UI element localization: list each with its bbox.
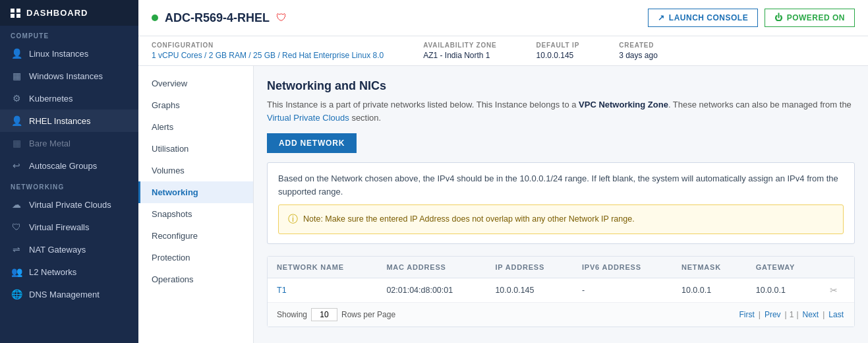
instance-title: ADC-R569-4-RHEL 🛡: [152, 11, 287, 25]
subnav-item-volumes[interactable]: Volumes: [138, 160, 253, 181]
sidebar-item-virtual-private-clouds[interactable]: ☁ Virtual Private Clouds: [0, 193, 138, 216]
col-ip-address: IP ADDRESS: [486, 257, 573, 278]
subnav-item-graphs[interactable]: Graphs: [138, 94, 253, 116]
col-network-name: NETWORK NAME: [268, 257, 377, 278]
col-gateway: GATEWAY: [747, 257, 821, 278]
last-page-link[interactable]: Last: [827, 310, 845, 319]
topbar-actions: ↗ LAUNCH CONSOLE ⏻ POWERED ON: [648, 9, 855, 27]
cell-network-name: T1: [268, 278, 377, 302]
divider1: |: [759, 310, 761, 319]
network-table-container: NETWORK NAME MAC ADDRESS IP ADDRESS IPv6…: [267, 256, 855, 327]
launch-console-button[interactable]: ↗ LAUNCH CONSOLE: [648, 9, 758, 27]
cell-ip-address: 10.0.0.145: [486, 278, 573, 302]
rows-per-page-input[interactable]: [311, 308, 337, 321]
network-link[interactable]: T1: [277, 286, 287, 295]
pagination-bar: Showing Rows per Page First | Prev | 1 |…: [268, 302, 854, 327]
cell-netmask: 10.0.0.1: [672, 278, 747, 302]
vpc-icon: ☁: [11, 199, 22, 210]
windows-icon: ▦: [11, 71, 22, 81]
col-actions: [821, 257, 854, 278]
panel-title: Networking and NICs: [267, 79, 855, 93]
sidebar-item-label: Virtual Private Clouds: [29, 200, 111, 210]
sidebar-item-label: Windows Instances: [29, 71, 103, 81]
prev-page-link[interactable]: Prev: [763, 310, 782, 319]
cell-ipv6-address: -: [573, 278, 672, 302]
content-area: Overview Graphs Alerts Utilisation Volum…: [138, 66, 868, 343]
info-box: Based on the Network chosen above, the I…: [267, 162, 855, 244]
topbar: ADC-R569-4-RHEL 🛡 ↗ LAUNCH CONSOLE ⏻ POW…: [138, 0, 868, 36]
rows-per-page-label: Rows per Page: [341, 310, 395, 319]
sidebar-item-label: NAT Gateways: [29, 245, 86, 255]
networking-section-label: NETWORKING: [0, 177, 138, 193]
pagination-right: First | Prev | 1 | Next | Last: [738, 310, 845, 319]
next-page-link[interactable]: Next: [801, 310, 821, 319]
first-page-link[interactable]: First: [738, 310, 755, 319]
kubernetes-icon: ⚙: [11, 93, 22, 104]
sidebar-item-dns-management[interactable]: 🌐 DNS Management: [0, 283, 138, 305]
warning-box: ⓘ Note: Make sure the entered IP Address…: [278, 204, 844, 234]
nat-icon: ⇌: [11, 244, 22, 255]
subnav-item-overview[interactable]: Overview: [138, 73, 253, 94]
sidebar-logo: DASHBOARD: [0, 0, 138, 26]
sidebar-item-bare-metal: ▦ Bare Metal: [0, 132, 138, 154]
sidebar-item-autoscale-groups[interactable]: ↩ Autoscale Groups: [0, 154, 138, 177]
sidebar-item-label: Virtual Firewalls: [29, 222, 90, 232]
az-label: AVAILABILITY ZONE: [423, 42, 496, 49]
showing-label: Showing: [277, 310, 307, 319]
subnav-item-snapshots[interactable]: Snapshots: [138, 203, 253, 225]
sidebar-item-label: Kubernetes: [29, 94, 73, 104]
warning-text: Note: Make sure the entered IP Address d…: [303, 213, 635, 226]
delete-icon[interactable]: ✂: [830, 285, 838, 296]
instance-name: ADC-R569-4-RHEL: [165, 11, 270, 25]
table-row: T1 02:01:04:d8:00:01 10.0.0.145 - 10.0.0…: [268, 278, 854, 302]
sidebar-item-virtual-firewalls[interactable]: 🛡 Virtual Firewalls: [0, 216, 138, 238]
panel-description: This Instance is a part of private netwo…: [267, 98, 855, 124]
sidebar-item-windows-instances[interactable]: ▦ Windows Instances: [0, 65, 138, 87]
sidebar-item-label: Bare Metal: [29, 139, 71, 148]
warning-icon: ⓘ: [288, 212, 298, 227]
linux-icon: 👤: [11, 48, 22, 59]
sidebar-item-nat-gateways[interactable]: ⇌ NAT Gateways: [0, 238, 138, 261]
firewall-icon: 🛡: [11, 222, 22, 232]
sidebar-item-linux-instances[interactable]: 👤 Linux Instances: [0, 42, 138, 65]
info-box-text: Based on the Network chosen above, the I…: [278, 173, 838, 197]
sidebar-item-label: L2 Networks: [29, 267, 76, 277]
subnav-item-networking[interactable]: Networking: [138, 181, 253, 203]
default-ip-value: 10.0.0.145: [536, 51, 580, 60]
sidebar-item-kubernetes[interactable]: ⚙ Kubernetes: [0, 87, 138, 109]
add-network-button[interactable]: ADD NETWORK: [267, 133, 357, 153]
sidebar-item-l2-networks[interactable]: 👥 L2 Networks: [0, 261, 138, 283]
cell-gateway: 10.0.0.1: [747, 278, 821, 302]
sidebar-item-rhel-instances[interactable]: 👤 RHEL Instances: [0, 109, 138, 132]
created-value: 3 days ago: [619, 51, 658, 60]
divider3: |: [796, 310, 798, 319]
subnav-item-utilisation[interactable]: Utilisation: [138, 138, 253, 160]
bare-metal-icon: ▦: [11, 138, 22, 148]
networking-panel: Networking and NICs This Instance is a p…: [254, 66, 868, 343]
sidebar-logo-label: DASHBOARD: [26, 8, 88, 18]
dns-icon: 🌐: [11, 289, 22, 299]
subnav: Overview Graphs Alerts Utilisation Volum…: [138, 66, 254, 343]
autoscale-icon: ↩: [11, 160, 22, 171]
sidebar-item-label: RHEL Instances: [29, 116, 90, 126]
vpc-link[interactable]: Virtual Private Clouds: [267, 113, 349, 123]
sidebar-item-label: Linux Instances: [29, 49, 88, 59]
default-ip-group: DEFAULT IP 10.0.0.145: [536, 42, 580, 60]
cell-mac-address: 02:01:04:d8:00:01: [377, 278, 486, 302]
configuration-group: CONFIGURATION 1 vCPU Cores / 2 GB RAM / …: [152, 42, 384, 60]
col-netmask: NETMASK: [672, 257, 747, 278]
power-icon: ⏻: [774, 13, 783, 22]
sidebar-item-label: Autoscale Groups: [29, 161, 97, 171]
infobar: CONFIGURATION 1 vCPU Cores / 2 GB RAM / …: [138, 36, 868, 66]
subnav-item-protection[interactable]: Protection: [138, 247, 253, 268]
subnav-item-alerts[interactable]: Alerts: [138, 116, 253, 138]
subnav-item-operations[interactable]: Operations: [138, 268, 253, 290]
launch-icon: ↗: [658, 13, 665, 22]
compute-section-label: COMPUTE: [0, 26, 138, 42]
subnav-item-reconfigure[interactable]: Reconfigure: [138, 225, 253, 247]
cell-delete: ✂: [821, 278, 854, 302]
configuration-value: 1 vCPU Cores / 2 GB RAM / 25 GB / Red Ha…: [152, 51, 384, 60]
powered-on-button[interactable]: ⏻ POWERED ON: [765, 9, 855, 27]
configuration-label: CONFIGURATION: [152, 42, 384, 49]
sidebar-item-label: DNS Management: [29, 290, 100, 299]
